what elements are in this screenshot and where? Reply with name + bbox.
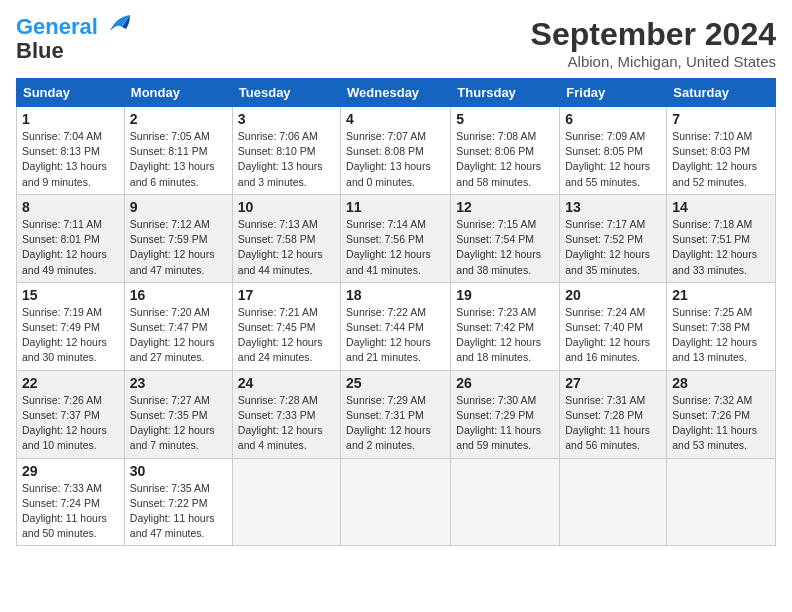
day-info: Sunrise: 7:22 AMSunset: 7:44 PMDaylight:… bbox=[346, 305, 445, 366]
day-number: 29 bbox=[22, 463, 119, 479]
table-row: 4Sunrise: 7:07 AMSunset: 8:08 PMDaylight… bbox=[341, 107, 451, 195]
day-number: 23 bbox=[130, 375, 227, 391]
table-row: 7Sunrise: 7:10 AMSunset: 8:03 PMDaylight… bbox=[667, 107, 776, 195]
calendar-week-row: 15Sunrise: 7:19 AMSunset: 7:49 PMDayligh… bbox=[17, 282, 776, 370]
table-row: 23Sunrise: 7:27 AMSunset: 7:35 PMDayligh… bbox=[124, 370, 232, 458]
day-number: 12 bbox=[456, 199, 554, 215]
day-info: Sunrise: 7:30 AMSunset: 7:29 PMDaylight:… bbox=[456, 393, 554, 454]
table-row bbox=[451, 458, 560, 546]
day-number: 19 bbox=[456, 287, 554, 303]
day-info: Sunrise: 7:06 AMSunset: 8:10 PMDaylight:… bbox=[238, 129, 335, 190]
title-area: September 2024 Albion, Michigan, United … bbox=[531, 16, 776, 70]
calendar-header-row: Sunday Monday Tuesday Wednesday Thursday… bbox=[17, 79, 776, 107]
table-row: 6Sunrise: 7:09 AMSunset: 8:05 PMDaylight… bbox=[560, 107, 667, 195]
table-row: 27Sunrise: 7:31 AMSunset: 7:28 PMDayligh… bbox=[560, 370, 667, 458]
col-monday: Monday bbox=[124, 79, 232, 107]
day-number: 22 bbox=[22, 375, 119, 391]
day-info: Sunrise: 7:32 AMSunset: 7:26 PMDaylight:… bbox=[672, 393, 770, 454]
calendar-week-row: 8Sunrise: 7:11 AMSunset: 8:01 PMDaylight… bbox=[17, 194, 776, 282]
day-info: Sunrise: 7:19 AMSunset: 7:49 PMDaylight:… bbox=[22, 305, 119, 366]
table-row: 22Sunrise: 7:26 AMSunset: 7:37 PMDayligh… bbox=[17, 370, 125, 458]
day-number: 10 bbox=[238, 199, 335, 215]
table-row: 5Sunrise: 7:08 AMSunset: 8:06 PMDaylight… bbox=[451, 107, 560, 195]
day-info: Sunrise: 7:24 AMSunset: 7:40 PMDaylight:… bbox=[565, 305, 661, 366]
day-number: 17 bbox=[238, 287, 335, 303]
table-row: 12Sunrise: 7:15 AMSunset: 7:54 PMDayligh… bbox=[451, 194, 560, 282]
day-number: 20 bbox=[565, 287, 661, 303]
col-friday: Friday bbox=[560, 79, 667, 107]
day-number: 7 bbox=[672, 111, 770, 127]
day-info: Sunrise: 7:12 AMSunset: 7:59 PMDaylight:… bbox=[130, 217, 227, 278]
table-row bbox=[667, 458, 776, 546]
day-info: Sunrise: 7:20 AMSunset: 7:47 PMDaylight:… bbox=[130, 305, 227, 366]
table-row: 17Sunrise: 7:21 AMSunset: 7:45 PMDayligh… bbox=[232, 282, 340, 370]
day-info: Sunrise: 7:35 AMSunset: 7:22 PMDaylight:… bbox=[130, 481, 227, 542]
day-number: 27 bbox=[565, 375, 661, 391]
day-info: Sunrise: 7:04 AMSunset: 8:13 PMDaylight:… bbox=[22, 129, 119, 190]
day-info: Sunrise: 7:23 AMSunset: 7:42 PMDaylight:… bbox=[456, 305, 554, 366]
page-header: General Blue September 2024 Albion, Mich… bbox=[16, 16, 776, 70]
calendar-week-row: 29Sunrise: 7:33 AMSunset: 7:24 PMDayligh… bbox=[17, 458, 776, 546]
logo-text: General bbox=[16, 16, 98, 38]
day-number: 30 bbox=[130, 463, 227, 479]
table-row: 10Sunrise: 7:13 AMSunset: 7:58 PMDayligh… bbox=[232, 194, 340, 282]
day-info: Sunrise: 7:13 AMSunset: 7:58 PMDaylight:… bbox=[238, 217, 335, 278]
table-row: 16Sunrise: 7:20 AMSunset: 7:47 PMDayligh… bbox=[124, 282, 232, 370]
day-info: Sunrise: 7:08 AMSunset: 8:06 PMDaylight:… bbox=[456, 129, 554, 190]
col-tuesday: Tuesday bbox=[232, 79, 340, 107]
day-info: Sunrise: 7:33 AMSunset: 7:24 PMDaylight:… bbox=[22, 481, 119, 542]
day-number: 25 bbox=[346, 375, 445, 391]
day-info: Sunrise: 7:10 AMSunset: 8:03 PMDaylight:… bbox=[672, 129, 770, 190]
calendar-table: Sunday Monday Tuesday Wednesday Thursday… bbox=[16, 78, 776, 546]
table-row: 26Sunrise: 7:30 AMSunset: 7:29 PMDayligh… bbox=[451, 370, 560, 458]
day-number: 6 bbox=[565, 111, 661, 127]
day-number: 26 bbox=[456, 375, 554, 391]
col-wednesday: Wednesday bbox=[341, 79, 451, 107]
table-row: 11Sunrise: 7:14 AMSunset: 7:56 PMDayligh… bbox=[341, 194, 451, 282]
day-number: 24 bbox=[238, 375, 335, 391]
col-saturday: Saturday bbox=[667, 79, 776, 107]
day-info: Sunrise: 7:18 AMSunset: 7:51 PMDaylight:… bbox=[672, 217, 770, 278]
day-number: 9 bbox=[130, 199, 227, 215]
table-row: 18Sunrise: 7:22 AMSunset: 7:44 PMDayligh… bbox=[341, 282, 451, 370]
day-info: Sunrise: 7:27 AMSunset: 7:35 PMDaylight:… bbox=[130, 393, 227, 454]
day-info: Sunrise: 7:09 AMSunset: 8:05 PMDaylight:… bbox=[565, 129, 661, 190]
day-number: 3 bbox=[238, 111, 335, 127]
table-row: 15Sunrise: 7:19 AMSunset: 7:49 PMDayligh… bbox=[17, 282, 125, 370]
day-info: Sunrise: 7:15 AMSunset: 7:54 PMDaylight:… bbox=[456, 217, 554, 278]
logo: General Blue bbox=[16, 16, 134, 62]
table-row: 8Sunrise: 7:11 AMSunset: 8:01 PMDaylight… bbox=[17, 194, 125, 282]
table-row: 9Sunrise: 7:12 AMSunset: 7:59 PMDaylight… bbox=[124, 194, 232, 282]
day-number: 5 bbox=[456, 111, 554, 127]
day-number: 18 bbox=[346, 287, 445, 303]
day-info: Sunrise: 7:26 AMSunset: 7:37 PMDaylight:… bbox=[22, 393, 119, 454]
table-row: 3Sunrise: 7:06 AMSunset: 8:10 PMDaylight… bbox=[232, 107, 340, 195]
day-number: 1 bbox=[22, 111, 119, 127]
logo-blue-text: Blue bbox=[16, 40, 64, 62]
col-thursday: Thursday bbox=[451, 79, 560, 107]
table-row: 21Sunrise: 7:25 AMSunset: 7:38 PMDayligh… bbox=[667, 282, 776, 370]
day-info: Sunrise: 7:11 AMSunset: 8:01 PMDaylight:… bbox=[22, 217, 119, 278]
table-row bbox=[560, 458, 667, 546]
day-info: Sunrise: 7:07 AMSunset: 8:08 PMDaylight:… bbox=[346, 129, 445, 190]
table-row: 20Sunrise: 7:24 AMSunset: 7:40 PMDayligh… bbox=[560, 282, 667, 370]
day-number: 11 bbox=[346, 199, 445, 215]
day-number: 28 bbox=[672, 375, 770, 391]
day-info: Sunrise: 7:21 AMSunset: 7:45 PMDaylight:… bbox=[238, 305, 335, 366]
day-info: Sunrise: 7:14 AMSunset: 7:56 PMDaylight:… bbox=[346, 217, 445, 278]
month-title: September 2024 bbox=[531, 16, 776, 53]
day-number: 15 bbox=[22, 287, 119, 303]
day-info: Sunrise: 7:05 AMSunset: 8:11 PMDaylight:… bbox=[130, 129, 227, 190]
day-number: 8 bbox=[22, 199, 119, 215]
day-info: Sunrise: 7:17 AMSunset: 7:52 PMDaylight:… bbox=[565, 217, 661, 278]
calendar-week-row: 1Sunrise: 7:04 AMSunset: 8:13 PMDaylight… bbox=[17, 107, 776, 195]
table-row: 30Sunrise: 7:35 AMSunset: 7:22 PMDayligh… bbox=[124, 458, 232, 546]
calendar-week-row: 22Sunrise: 7:26 AMSunset: 7:37 PMDayligh… bbox=[17, 370, 776, 458]
day-number: 21 bbox=[672, 287, 770, 303]
table-row: 24Sunrise: 7:28 AMSunset: 7:33 PMDayligh… bbox=[232, 370, 340, 458]
day-info: Sunrise: 7:29 AMSunset: 7:31 PMDaylight:… bbox=[346, 393, 445, 454]
col-sunday: Sunday bbox=[17, 79, 125, 107]
table-row bbox=[232, 458, 340, 546]
day-number: 16 bbox=[130, 287, 227, 303]
table-row: 1Sunrise: 7:04 AMSunset: 8:13 PMDaylight… bbox=[17, 107, 125, 195]
